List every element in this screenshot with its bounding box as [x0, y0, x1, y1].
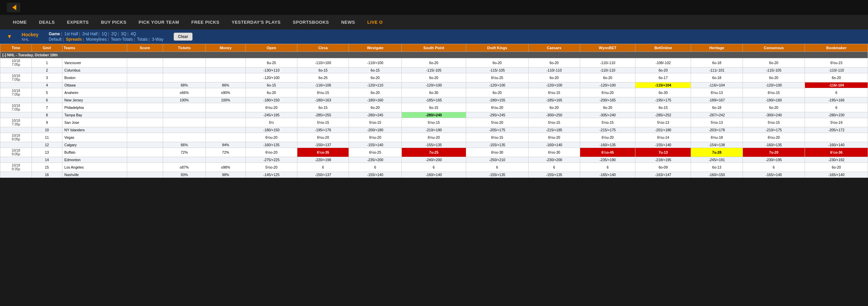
cell-gm: 7 [32, 103, 62, 112]
link-3q[interactable]: 3Q [121, 32, 126, 36]
cell-circa: -180/+163 [297, 97, 349, 103]
cell-score [127, 68, 163, 73]
cell-draft-kings: 6o-20 [466, 58, 528, 68]
cell-team: New Jersey [62, 97, 127, 103]
cell-westgate: 6o-20 [349, 103, 401, 112]
link-3way[interactable]: 3-Way [152, 37, 163, 42]
cell-bookmaker: 6½u-15 [805, 58, 868, 68]
cell-caesars: -300/+250 [528, 112, 580, 118]
clear-button[interactable]: Clear [174, 33, 193, 41]
nav-experts[interactable]: EXPERTS [61, 15, 95, 30]
nav-home[interactable]: HOME [7, 15, 33, 30]
cell-westgate: -200/+180 [349, 127, 401, 133]
cell-tickets: 93% [163, 172, 206, 178]
table-row: 14Edmonton-275/+225-220/+198-235/+200-24… [0, 157, 868, 163]
cell-time [0, 97, 32, 103]
nav-news[interactable]: NEWS [335, 15, 361, 30]
cell-open: -245/+195 [245, 112, 297, 118]
table-row: 4Ottawa68%86%6o-15-116/+106-120/+110-120… [0, 82, 868, 88]
link-totals[interactable]: Totals [137, 37, 147, 42]
cell-bookmaker: 6o-20 [805, 163, 868, 172]
cell-consensus: 6o-20 [743, 58, 805, 68]
cell-open: 5½ [245, 118, 297, 127]
cell-gm: 9 [32, 118, 62, 127]
cell-heritage: -287/+242 [691, 112, 743, 118]
nav-live[interactable]: LIVE O [361, 15, 389, 30]
cell-south-point: 6o-30 [401, 88, 466, 97]
cell-gm: 11 [32, 133, 62, 142]
cell-score [127, 157, 163, 163]
cell-westgate: -155/+140 [349, 142, 401, 148]
cell-caesars: -155/+135 [528, 172, 580, 178]
cell-bookmaker: 6 [805, 103, 868, 112]
cell-draft-kings: -205/+175 [466, 127, 528, 133]
link-2q[interactable]: 2Q [111, 32, 117, 36]
cell-tickets: o66% [163, 88, 206, 97]
cell-tickets [163, 68, 206, 73]
sport-label[interactable]: Hockey [22, 32, 39, 37]
cell-betonline: -108/-102 [635, 58, 691, 68]
cell-westgate: -110/+100 [349, 58, 401, 68]
cell-gm: 10 [32, 127, 62, 133]
table-row: 10/189:35p15Los Angeleso87%o98%5½o-20666… [0, 163, 868, 172]
col-westgate: Westgate [349, 44, 401, 52]
link-2nd-half[interactable]: 2nd Half [82, 32, 98, 36]
cell-gm: 6 [32, 97, 62, 103]
nav-free-picks[interactable]: FREE PICKS [185, 15, 225, 30]
col-tickets: Tickets [163, 44, 206, 52]
cell-money [205, 118, 245, 127]
cell-heritage: 5½o-13 [691, 118, 743, 127]
col-teams: Teams [62, 44, 127, 52]
table-row: 12Calgary66%94%-160/+135-150/+137-155/+1… [0, 142, 868, 148]
cell-score [127, 82, 163, 88]
cell-bookmaker: 6 [805, 88, 868, 97]
col-bookmaker: Bookmaker [805, 44, 868, 52]
cell-money: 72% [205, 148, 245, 157]
col-south-point: South Point [401, 44, 466, 52]
link-1q[interactable]: 1Q [102, 32, 107, 36]
cell-circa: -150/+137 [297, 172, 349, 178]
cell-circa: 6½u-20 [297, 133, 349, 142]
cell-score [127, 142, 163, 148]
cell-circa: -195/+176 [297, 127, 349, 133]
cell-consensus: 5½o-15 [743, 118, 805, 127]
cell-caesars: -120/+100 [528, 82, 580, 88]
cell-team: Calgary [62, 142, 127, 148]
cell-open: -120/+100 [245, 73, 297, 82]
cell-circa: -110/+100 [297, 58, 349, 68]
cell-circa: -150/+137 [297, 142, 349, 148]
cell-heritage: -154/+138 [691, 142, 743, 148]
nav-deals[interactable]: DEALS [33, 15, 61, 30]
collapse-triangle[interactable]: ▼ [7, 34, 12, 40]
cell-tickets: 72% [163, 148, 206, 157]
link-1st-half[interactable]: 1st Half [64, 32, 78, 36]
filter-links-group: Game| 1st Half| 2nd Half| 1Q| 2Q| 3Q| 4Q… [49, 32, 163, 42]
main-nav: HOME DEALS EXPERTS BUY PICKS PICK YOUR T… [0, 15, 868, 30]
cell-wynnbet: 6o-20 [580, 103, 635, 112]
link-team-totals[interactable]: Team-Totals [111, 37, 133, 42]
nav-pick-your-team[interactable]: PICK YOUR TEAM [133, 15, 185, 30]
cell-westgate: 6o-20 [349, 88, 401, 97]
cell-heritage: -111/-101 [691, 68, 743, 73]
cell-south-point: 6o-20 [401, 58, 466, 68]
link-default[interactable]: Default [49, 37, 62, 42]
cell-open: 5½o-20 [245, 163, 297, 172]
odds-table-wrapper: Time Gm# Teams Score Tickets Money Open … [0, 44, 868, 178]
cell-score [127, 118, 163, 127]
cell-south-point: 6o-15 [401, 103, 466, 112]
nav-yesterdays-plays[interactable]: YESTERDAY'S PLAYS [225, 15, 287, 30]
cell-open: 6u-20 [245, 88, 297, 97]
cell-caesars: -185/+165 [528, 97, 580, 103]
cell-heritage: -160/+150 [691, 172, 743, 178]
link-moneylines[interactable]: Moneylines [86, 37, 107, 42]
cell-score [127, 163, 163, 172]
link-spreads[interactable]: Spreads [66, 37, 82, 42]
link-4q[interactable]: 4Q [131, 32, 136, 36]
nav-sportsbooks[interactable]: SPORTSBOOKS [287, 15, 335, 30]
cell-score [127, 112, 163, 118]
top-header [0, 0, 868, 15]
nav-buy-picks[interactable]: BUY PICKS [95, 15, 133, 30]
cell-circa: -220/+198 [297, 157, 349, 163]
cell-time: 10/189:05p [0, 148, 32, 157]
cell-westgate: -280/+245 [349, 112, 401, 118]
